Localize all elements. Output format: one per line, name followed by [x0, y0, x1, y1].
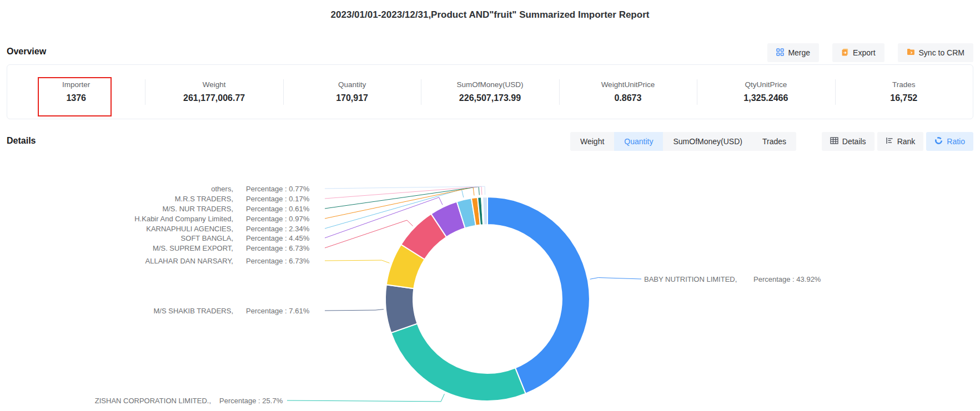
stat-label: Quantity [338, 80, 366, 89]
stat-label: QtyUnitPrice [745, 80, 787, 89]
export-button-label: Export [853, 48, 875, 57]
pie-ratio-icon [934, 136, 943, 146]
sync-folder-icon [907, 48, 915, 57]
merge-button[interactable]: Merge [767, 43, 819, 62]
page-title: 2023/01/01-2023/12/31,Product AND"fruit"… [0, 9, 980, 21]
stat-quantity: Quantity170,917 [283, 80, 421, 103]
stat-value: 1,325.2466 [743, 93, 788, 103]
stat-label: Importer [62, 80, 90, 89]
table-icon [830, 137, 838, 146]
measure-tabs: WeightQuantitySumOfMoney(USD)Trades [570, 132, 796, 151]
stat-value: 261,177,006.77 [183, 93, 245, 103]
merge-button-label: Merge [788, 48, 810, 57]
ratio-view-button[interactable]: Ratio [926, 132, 973, 151]
stat-sumofmoney-usd: SumOfMoney(USD)226,507,173.99 [421, 80, 559, 103]
stat-trades: Trades16,752 [835, 80, 973, 103]
details-heading: Details [7, 136, 36, 146]
pie-label-name-m-r-s-traders: M.R.S TRADERS, [175, 195, 233, 203]
stat-importer: Importer1376 [7, 80, 145, 103]
sync-to-crm-button[interactable]: Sync to CRM [898, 43, 973, 62]
pie-label-percentage-h-kabir-and-company-limited: Percentage : 0.97% [246, 215, 310, 223]
pie-slice-baby-nutrition-limited[interactable] [488, 197, 590, 394]
view-mode-buttons: Details Rank Ratio [822, 132, 973, 151]
stat-weightunitprice: WeightUnitPrice0.8673 [559, 80, 697, 103]
details-view-button-label: Details [842, 137, 866, 146]
ratio-view-button-label: Ratio [947, 137, 965, 146]
pie-label-percentage-m-s-nur-traders: Percentage : 0.61% [246, 205, 310, 213]
export-button[interactable]: Export [832, 43, 884, 62]
stat-weight: Weight261,177,006.77 [145, 80, 283, 103]
stat-value: 1376 [66, 93, 86, 103]
stat-value: 170,917 [336, 93, 368, 103]
details-view-button[interactable]: Details [822, 132, 875, 151]
pie-label-line-m-s-suprem-export [325, 220, 413, 248]
export-file-icon [841, 48, 849, 58]
pie-label-percentage-soft-bangla: Percentage : 4.45% [246, 234, 310, 242]
pie-label-line-baby-nutrition-limited [590, 278, 641, 280]
stat-label: Trades [892, 80, 916, 89]
tab-quantity[interactable]: Quantity [614, 132, 663, 151]
pie-slice-others[interactable] [483, 197, 488, 225]
pie-label-name-allahar-dan-narsary: ALLAHAR DAN NARSARY, [145, 257, 233, 265]
pie-label-percentage-baby-nutrition-limited: Percentage : 43.92% [753, 275, 821, 283]
pie-label-name-m-s-suprem-export: M/S. SUPREM EXPORT, [153, 244, 233, 252]
pie-label-percentage-m-r-s-traders: Percentage : 0.17% [246, 195, 310, 203]
tab-sumofmoney-usd[interactable]: SumOfMoney(USD) [663, 132, 752, 151]
stat-label: WeightUnitPrice [601, 80, 655, 89]
pie-label-name-karnaphuli-agencies: KARNAPHULI AGENCIES, [146, 225, 233, 233]
pie-label-percentage-m-s-suprem-export: Percentage : 6.73% [246, 244, 310, 252]
tab-trades[interactable]: Trades [752, 132, 796, 151]
pie-slice-m-s-shakib-traders[interactable] [385, 285, 418, 333]
overview-stats-card: Importer1376Weight261,177,006.77Quantity… [7, 64, 973, 119]
pie-label-name-others: others, [211, 185, 233, 193]
pie-label-name-zishan-corporation-limited: ZISHAN CORPORATION LIMITED., [95, 397, 211, 405]
rank-view-button[interactable]: Rank [877, 132, 924, 151]
stat-label: SumOfMoney(USD) [456, 80, 523, 89]
overview-heading: Overview [7, 47, 46, 57]
pie-label-name-m-s-shakib-traders: M/S SHAKIB TRADERS, [153, 307, 233, 315]
pie-label-name-m-s-nur-traders: M/S. NUR TRADERS, [162, 205, 233, 213]
rank-view-button-label: Rank [897, 137, 916, 146]
pie-label-percentage-m-s-shakib-traders: Percentage : 7.61% [246, 307, 310, 315]
pie-label-percentage-allahar-dan-narsary: Percentage : 6.73% [246, 257, 310, 265]
overview-actions: Merge Export Sync to CRM [767, 43, 973, 62]
pie-label-name-baby-nutrition-limited: BABY NUTRITION LIMITED, [644, 275, 737, 283]
pie-label-name-h-kabir-and-company-limited: H.Kabir And Company Limited, [134, 215, 233, 223]
sync-to-crm-button-label: Sync to CRM [919, 48, 964, 57]
pie-label-line-zishan-corporation-limited [287, 394, 444, 402]
stat-label: Weight [203, 80, 226, 89]
pie-label-line-others [325, 186, 485, 195]
pie-slice-zishan-corporation-limited[interactable] [391, 323, 525, 401]
pie-label-line-allahar-dan-narsary [325, 260, 390, 263]
pie-label-name-soft-bangla: SOFT BANGLA, [181, 234, 233, 242]
ratio-pie-chart: BABY NUTRITION LIMITED,Percentage : 43.9… [0, 154, 980, 411]
importer-report-page: 2023/01/01-2023/12/31,Product AND"fruit"… [0, 0, 980, 411]
merge-grid-icon [776, 48, 784, 58]
pie-label-line-m-s-shakib-traders [325, 309, 384, 311]
pie-label-percentage-karnaphuli-agencies: Percentage : 2.34% [246, 225, 310, 233]
pie-label-percentage-others: Percentage : 0.77% [246, 185, 310, 193]
stat-value: 16,752 [890, 93, 917, 103]
stat-value: 0.8673 [614, 93, 641, 103]
stat-qtyunitprice: QtyUnitPrice1,325.2466 [697, 80, 835, 103]
tab-weight[interactable]: Weight [570, 132, 614, 151]
stat-value: 226,507,173.99 [459, 93, 521, 103]
pie-label-percentage-zishan-corporation-limited: Percentage : 25.7% [219, 397, 283, 405]
rank-bars-icon [886, 137, 893, 146]
